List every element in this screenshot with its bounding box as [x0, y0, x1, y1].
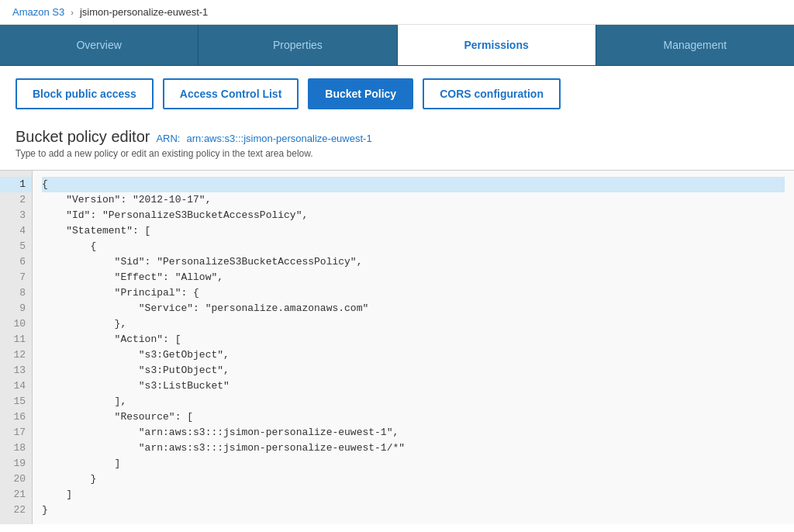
- code-line: "Resource": [: [42, 409, 785, 425]
- cors-configuration-button[interactable]: CORS configuration: [423, 78, 561, 109]
- breadcrumb: Amazon S3 › jsimon-personalize-euwest-1: [0, 0, 794, 25]
- block-public-access-button[interactable]: Block public access: [16, 78, 154, 109]
- line-numbers-column: 12345678910111213141516171819202122: [0, 171, 33, 524]
- line-number: 4: [0, 223, 32, 239]
- line-number: 5: [0, 239, 32, 254]
- editor-subtitle: Type to add a new policy or edit an exis…: [16, 148, 778, 159]
- sub-button-group: Block public access Access Control List …: [0, 66, 794, 122]
- line-number: 18: [0, 440, 32, 456]
- code-line: "arn:aws:s3:::jsimon-personalize-euwest-…: [42, 440, 785, 456]
- code-line: "Id": "PersonalizeS3BucketAccessPolicy",: [42, 208, 785, 223]
- code-line: "arn:aws:s3:::jsimon-personalize-euwest-…: [42, 425, 785, 440]
- line-number: 14: [0, 378, 32, 394]
- code-line: "s3:GetObject",: [42, 347, 785, 363]
- line-number: 3: [0, 208, 32, 223]
- code-line: "Statement": [: [42, 223, 785, 239]
- tab-permissions[interactable]: Permissions: [398, 25, 596, 65]
- line-number: 16: [0, 409, 32, 425]
- code-line: {: [42, 177, 785, 192]
- main-tabs: Overview Properties Permissions Manageme…: [0, 25, 794, 66]
- editor-arn-value: arn:aws:s3:::jsimon-personalize-euwest-1: [186, 133, 371, 144]
- code-line: }: [42, 503, 785, 518]
- line-number: 20: [0, 472, 32, 487]
- code-line: }: [42, 472, 785, 487]
- code-line: ]: [42, 456, 785, 472]
- access-control-list-button[interactable]: Access Control List: [163, 78, 299, 109]
- code-line: "Sid": "PersonalizeS3BucketAccessPolicy"…: [42, 254, 785, 270]
- code-line: "Action": [: [42, 332, 785, 347]
- code-line: ],: [42, 394, 785, 409]
- code-line: "s3:ListBucket": [42, 378, 785, 394]
- line-number: 12: [0, 347, 32, 363]
- line-number: 19: [0, 456, 32, 472]
- code-content-area[interactable]: { "Version": "2012-10-17", "Id": "Person…: [33, 171, 794, 524]
- line-number: 13: [0, 363, 32, 378]
- code-line: "Effect": "Allow",: [42, 270, 785, 285]
- line-number: 17: [0, 425, 32, 440]
- code-line: "Version": "2012-10-17",: [42, 192, 785, 208]
- tab-overview[interactable]: Overview: [0, 25, 198, 65]
- code-line: ]: [42, 487, 785, 503]
- code-editor[interactable]: 12345678910111213141516171819202122 { "V…: [0, 170, 794, 524]
- line-number: 7: [0, 270, 32, 285]
- editor-arn-prefix: ARN:: [156, 133, 180, 144]
- code-line: "Principal": {: [42, 285, 785, 301]
- line-number: 21: [0, 487, 32, 503]
- line-number: 2: [0, 192, 32, 208]
- line-number: 22: [0, 503, 32, 518]
- breadcrumb-bucket-name: jsimon-personalize-euwest-1: [80, 6, 208, 18]
- line-number: 9: [0, 301, 32, 316]
- editor-header: Bucket policy editor ARN: arn:aws:s3:::j…: [0, 122, 794, 162]
- editor-title-text: Bucket policy editor: [16, 128, 150, 146]
- line-number: 6: [0, 254, 32, 270]
- line-number: 10: [0, 316, 32, 332]
- line-number: 11: [0, 332, 32, 347]
- breadcrumb-chevron-icon: ›: [71, 8, 74, 17]
- code-line: {: [42, 239, 785, 254]
- line-number: 8: [0, 285, 32, 301]
- code-line: "Service": "personalize.amazonaws.com": [42, 301, 785, 316]
- line-number: 15: [0, 394, 32, 409]
- tab-management[interactable]: Management: [596, 25, 794, 65]
- tab-properties[interactable]: Properties: [198, 25, 397, 65]
- code-line: "s3:PutObject",: [42, 363, 785, 378]
- breadcrumb-s3-link[interactable]: Amazon S3: [12, 6, 64, 18]
- line-number: 1: [0, 177, 32, 192]
- editor-title-row: Bucket policy editor ARN: arn:aws:s3:::j…: [16, 128, 778, 146]
- code-line: },: [42, 316, 785, 332]
- bucket-policy-button[interactable]: Bucket Policy: [308, 78, 413, 109]
